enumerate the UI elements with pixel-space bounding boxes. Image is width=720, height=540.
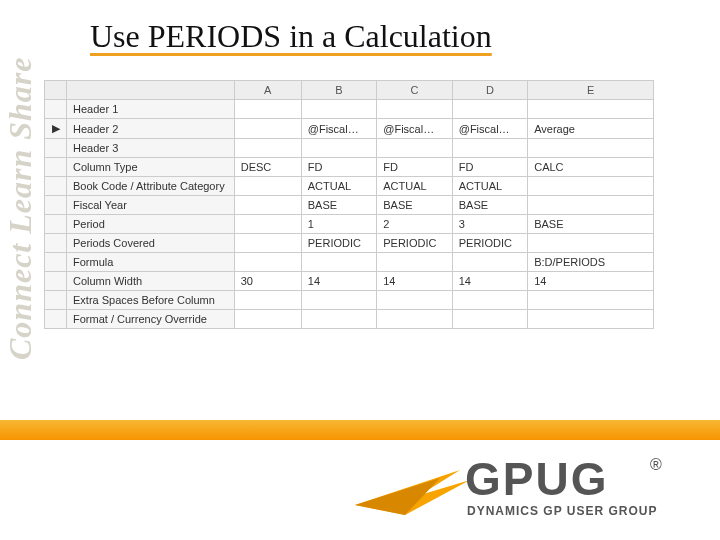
row-header1[interactable]: Header 1 [45,100,654,119]
rowlabel-book-code: Book Code / Attribute Category [67,177,235,196]
col-head-e[interactable]: E [528,81,654,100]
column-layout-grid[interactable]: A B C D E Header 1 ▶ Header 2 @Fiscal… @… [44,80,654,329]
cell-header3-d[interactable] [452,139,527,158]
row-column-width[interactable]: Column Width 30 14 14 14 14 [45,272,654,291]
gpug-logo: GPUG ® DYNAMICS GP USER GROUP [350,440,690,530]
row-header2[interactable]: ▶ Header 2 @Fiscal… @Fiscal… @Fiscal… Av… [45,119,654,139]
cell-header3-c[interactable] [377,139,452,158]
cell-period-d[interactable]: 3 [452,215,527,234]
cell-formula-c[interactable] [377,253,452,272]
cell-cw-d[interactable]: 14 [452,272,527,291]
col-head-c[interactable]: C [377,81,452,100]
cell-formula-e[interactable]: B:D/PERIODS [528,253,654,272]
cell-coltype-d[interactable]: FD [452,158,527,177]
cell-header2-b[interactable]: @Fiscal… [301,119,376,139]
cell-coltype-a[interactable]: DESC [234,158,301,177]
row-fiscal-year[interactable]: Fiscal Year BASE BASE BASE [45,196,654,215]
cell-es-b[interactable] [301,291,376,310]
rowlabel-formula: Formula [67,253,235,272]
cell-header2-c[interactable]: @Fiscal… [377,119,452,139]
cell-formula-d[interactable] [452,253,527,272]
cell-header3-e[interactable] [528,139,654,158]
row-formula[interactable]: Formula B:D/PERIODS [45,253,654,272]
cell-header3-b[interactable] [301,139,376,158]
page-title: Use PERIODS in a Calculation [90,18,492,55]
row-periods-covered[interactable]: Periods Covered PERIODIC PERIODIC PERIOD… [45,234,654,253]
row-indicator [45,100,67,119]
row-period[interactable]: Period 1 2 3 BASE [45,215,654,234]
row-indicator [45,234,67,253]
row-header3[interactable]: Header 3 [45,139,654,158]
cell-book-a[interactable] [234,177,301,196]
cell-period-e[interactable]: BASE [528,215,654,234]
cell-fmt-d[interactable] [452,310,527,329]
cell-pc-c[interactable]: PERIODIC [377,234,452,253]
cell-period-c[interactable]: 2 [377,215,452,234]
row-format-override[interactable]: Format / Currency Override [45,310,654,329]
cell-formula-a[interactable] [234,253,301,272]
row-book-code[interactable]: Book Code / Attribute Category ACTUAL AC… [45,177,654,196]
row-extra-spaces[interactable]: Extra Spaces Before Column [45,291,654,310]
cell-book-c[interactable]: ACTUAL [377,177,452,196]
cell-book-b[interactable]: ACTUAL [301,177,376,196]
cell-header1-b[interactable] [301,100,376,119]
cell-cw-c[interactable]: 14 [377,272,452,291]
row-indicator [45,310,67,329]
cell-coltype-e[interactable]: CALC [528,158,654,177]
cell-es-a[interactable] [234,291,301,310]
cell-fmt-a[interactable] [234,310,301,329]
cell-book-d[interactable]: ACTUAL [452,177,527,196]
cell-coltype-c[interactable]: FD [377,158,452,177]
column-header-row[interactable]: A B C D E [45,81,654,100]
cell-period-b[interactable]: 1 [301,215,376,234]
row-indicator [45,158,67,177]
cell-es-e[interactable] [528,291,654,310]
col-head-a[interactable]: A [234,81,301,100]
cell-fmt-b[interactable] [301,310,376,329]
cell-fy-c[interactable]: BASE [377,196,452,215]
cell-pc-b[interactable]: PERIODIC [301,234,376,253]
cell-fmt-e[interactable] [528,310,654,329]
cell-book-e[interactable] [528,177,654,196]
rowlabel-periods-covered: Periods Covered [67,234,235,253]
cell-fy-b[interactable]: BASE [301,196,376,215]
cell-pc-d[interactable]: PERIODIC [452,234,527,253]
cell-header2-e[interactable]: Average [528,119,654,139]
rowlabel-fiscal-year: Fiscal Year [67,196,235,215]
cell-fmt-c[interactable] [377,310,452,329]
rowlabel-period: Period [67,215,235,234]
cell-header2-a[interactable] [234,119,301,139]
row-column-type[interactable]: Column Type DESC FD FD FD CALC [45,158,654,177]
row-indicator [45,139,67,158]
cell-es-c[interactable] [377,291,452,310]
cell-coltype-b[interactable]: FD [301,158,376,177]
grid-table[interactable]: A B C D E Header 1 ▶ Header 2 @Fiscal… @… [44,80,654,329]
row-indicator [45,272,67,291]
cell-header1-e[interactable] [528,100,654,119]
cell-period-a[interactable] [234,215,301,234]
cell-formula-b[interactable] [301,253,376,272]
cell-cw-e[interactable]: 14 [528,272,654,291]
footer: GPUG ® DYNAMICS GP USER GROUP [0,420,720,540]
cell-header1-d[interactable] [452,100,527,119]
cell-pc-a[interactable] [234,234,301,253]
cell-header1-a[interactable] [234,100,301,119]
col-head-b[interactable]: B [301,81,376,100]
rowlabel-header3: Header 3 [67,139,235,158]
cell-fy-a[interactable] [234,196,301,215]
cell-header3-a[interactable] [234,139,301,158]
cell-fy-d[interactable]: BASE [452,196,527,215]
rowlabel-format-override: Format / Currency Override [67,310,235,329]
cell-es-d[interactable] [452,291,527,310]
footer-accent-band [0,420,720,440]
cell-pc-e[interactable] [528,234,654,253]
cell-header2-d[interactable]: @Fiscal… [452,119,527,139]
cell-header1-c[interactable] [377,100,452,119]
cell-cw-b[interactable]: 14 [301,272,376,291]
cell-fy-e[interactable] [528,196,654,215]
cell-cw-a[interactable]: 30 [234,272,301,291]
logo-arrow-icon [355,470,470,515]
row-indicator [45,291,67,310]
row-indicator-active: ▶ [45,119,67,139]
col-head-d[interactable]: D [452,81,527,100]
